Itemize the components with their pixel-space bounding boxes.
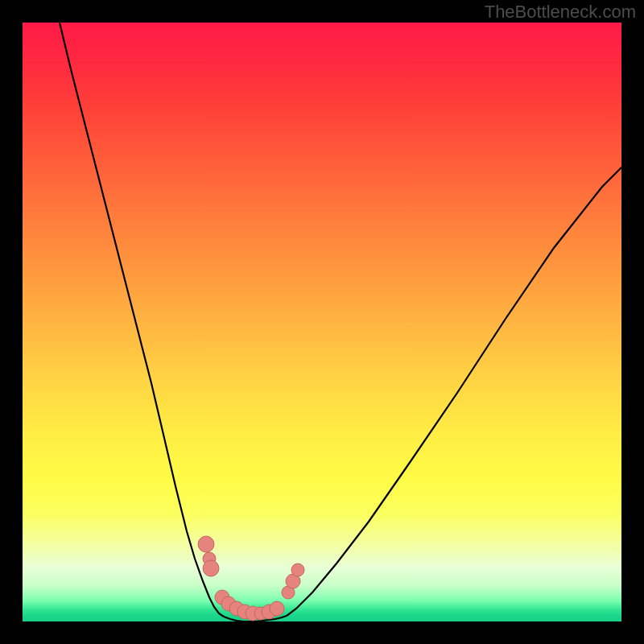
chart-frame: TheBottleneck.com	[0, 0, 644, 644]
curve-overlay	[23, 23, 621, 621]
data-marker	[203, 560, 219, 576]
data-marker	[198, 536, 214, 552]
left-branch-curve	[60, 23, 224, 617]
data-marker	[270, 601, 284, 616]
plot-area	[23, 23, 621, 621]
right-branch-curve	[287, 167, 621, 616]
watermark-text: TheBottleneck.com	[485, 2, 636, 23]
data-marker	[291, 564, 304, 576]
